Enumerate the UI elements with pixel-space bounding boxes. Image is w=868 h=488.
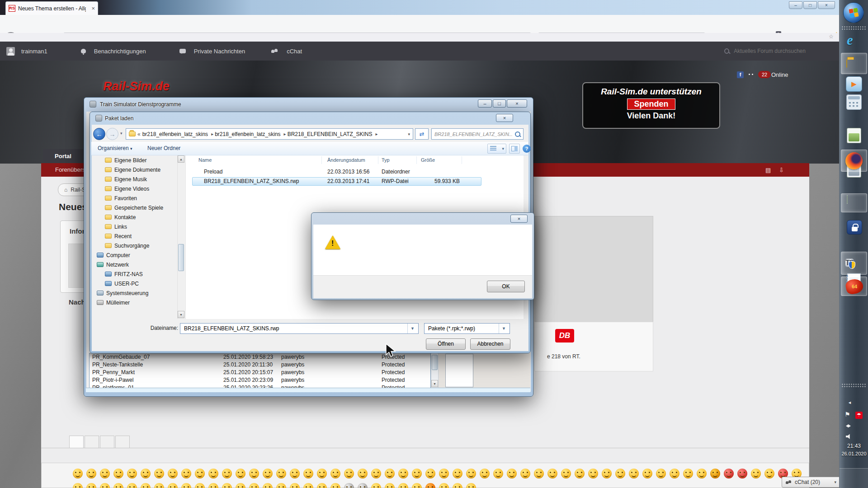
smiley[interactable] bbox=[317, 483, 327, 488]
smiley[interactable] bbox=[480, 469, 490, 479]
smiley[interactable] bbox=[764, 469, 774, 479]
smiley[interactable] bbox=[507, 469, 517, 479]
recent-bookmark-icon[interactable]: ☆ bbox=[829, 33, 834, 40]
tray-expand-icon[interactable]: ◄ bbox=[848, 400, 852, 405]
dropbox-tray-icon[interactable] bbox=[846, 424, 851, 429]
tree-item[interactable]: Favoriten bbox=[91, 193, 177, 203]
column-header-name[interactable]: Name bbox=[198, 155, 212, 165]
dropdown-arrow-icon[interactable]: ▼ bbox=[499, 324, 506, 333]
view-options-button[interactable]: ▾ bbox=[487, 144, 506, 154]
smiley[interactable] bbox=[317, 469, 327, 479]
smiley[interactable] bbox=[425, 483, 435, 488]
smiley[interactable] bbox=[710, 469, 720, 479]
start-button[interactable] bbox=[843, 2, 864, 23]
smiley[interactable] bbox=[330, 469, 340, 479]
forum-search-box[interactable] bbox=[724, 47, 833, 55]
donate-button[interactable]: Spenden bbox=[627, 99, 675, 110]
dialog-forward-button[interactable]: → bbox=[106, 128, 118, 140]
taskbar-item-firefox[interactable] bbox=[841, 150, 867, 172]
smiley[interactable] bbox=[534, 469, 544, 479]
dialog-search-box[interactable]: BR218_ELFENBEIN_LATZ_SKIN... bbox=[431, 128, 524, 140]
smiley[interactable] bbox=[412, 483, 422, 488]
ts-file-row[interactable]: PR_Penny_Markt 25.01.2020 20:15:07 pawer… bbox=[90, 369, 430, 376]
scroll-thumb[interactable] bbox=[432, 355, 438, 370]
site-logo[interactable]: Rail-Sim.de bbox=[103, 80, 170, 94]
preview-pane-button[interactable] bbox=[509, 144, 520, 154]
smiley[interactable] bbox=[195, 469, 205, 479]
smiley[interactable] bbox=[453, 483, 462, 488]
smiley[interactable] bbox=[154, 469, 164, 479]
cancel-button[interactable]: Abbrechen bbox=[470, 338, 510, 350]
smiley[interactable] bbox=[588, 469, 598, 479]
smiley[interactable] bbox=[439, 483, 449, 488]
filetype-select[interactable]: Pakete (*.rpk;*.rwp) ▼ bbox=[424, 323, 510, 334]
smiley[interactable] bbox=[670, 469, 679, 479]
tree-item[interactable]: Mülleimer bbox=[91, 298, 177, 307]
nav-notifications[interactable]: Benachrichtigungen bbox=[94, 48, 146, 55]
show-desktop-button[interactable] bbox=[840, 468, 868, 488]
smiley[interactable] bbox=[73, 483, 83, 488]
chevron-down-icon[interactable]: ▾ bbox=[834, 480, 836, 484]
smiley[interactable] bbox=[208, 469, 218, 479]
scroll-thumb[interactable] bbox=[178, 244, 184, 271]
error-close-button[interactable]: × bbox=[510, 215, 528, 223]
smiley[interactable] bbox=[127, 469, 137, 479]
smiley[interactable] bbox=[236, 469, 245, 479]
tree-item[interactable]: Suchvorgänge bbox=[91, 241, 177, 250]
smiley[interactable] bbox=[222, 483, 232, 488]
scroll-up-button[interactable]: ▲ bbox=[178, 155, 184, 163]
smiley[interactable] bbox=[398, 469, 408, 479]
avatar[interactable] bbox=[6, 47, 15, 56]
nav-private-messages[interactable]: Private Nachrichten bbox=[194, 48, 245, 55]
taskbar-item-openoffice-calc[interactable] bbox=[847, 128, 861, 143]
path-crumb[interactable]: br218_elfenbein_latz_skins ▸ bbox=[142, 131, 215, 137]
clock-time[interactable]: 21:43 bbox=[840, 443, 868, 449]
smiley[interactable] bbox=[113, 469, 123, 479]
smiley[interactable] bbox=[602, 469, 612, 479]
smiley[interactable] bbox=[737, 469, 747, 479]
tree-item[interactable]: Netzwerk bbox=[91, 260, 177, 269]
tree-item[interactable]: Eigene Dokumente bbox=[91, 165, 177, 174]
organize-button[interactable]: Organisieren ▾ bbox=[98, 145, 132, 151]
ok-button[interactable]: OK bbox=[487, 281, 525, 292]
refresh-button[interactable]: ⇄ bbox=[415, 128, 429, 140]
smiley[interactable] bbox=[168, 483, 178, 488]
smiley[interactable] bbox=[371, 469, 381, 479]
column-header-size[interactable]: Größe bbox=[421, 155, 435, 165]
tree-item[interactable]: USER-PC bbox=[91, 279, 177, 288]
smiley[interactable] bbox=[371, 483, 381, 488]
tree-item[interactable]: Links bbox=[91, 222, 177, 231]
smiley[interactable] bbox=[412, 469, 422, 479]
history-dropdown-icon[interactable]: ▾ bbox=[120, 131, 123, 136]
smiley[interactable] bbox=[466, 483, 476, 488]
smiley[interactable] bbox=[385, 483, 395, 488]
sitemap-icon[interactable]: ▤ bbox=[765, 167, 771, 174]
tree-item[interactable]: Gespeicherte Spiele bbox=[91, 203, 177, 212]
smiley[interactable] bbox=[344, 469, 354, 479]
tree-item[interactable]: Computer bbox=[91, 250, 177, 260]
smiley[interactable] bbox=[453, 469, 462, 479]
smiley[interactable] bbox=[439, 469, 449, 479]
tree-item[interactable]: Recent bbox=[91, 231, 177, 241]
avira-tray-icon[interactable]: ☂ bbox=[855, 412, 863, 419]
smiley[interactable] bbox=[141, 483, 151, 488]
smiley[interactable] bbox=[154, 483, 164, 488]
editor-tab[interactable] bbox=[85, 436, 99, 448]
smiley[interactable] bbox=[141, 469, 151, 479]
address-dropdown-icon[interactable]: ▾ bbox=[408, 132, 410, 136]
tree-item[interactable]: Eigene Bilder bbox=[91, 155, 177, 165]
smiley[interactable] bbox=[303, 469, 313, 479]
scroll-down-button[interactable]: ▼ bbox=[178, 311, 184, 318]
tab-close-icon[interactable]: × bbox=[91, 5, 95, 12]
column-header-date[interactable]: Änderungsdatum bbox=[327, 155, 365, 165]
ts-file-row[interactable]: PR_Piotr-i-Pawel 25.01.2020 20:23:09 paw… bbox=[90, 376, 430, 384]
smiley[interactable] bbox=[236, 483, 245, 488]
smiley[interactable] bbox=[642, 469, 652, 479]
smiley[interactable] bbox=[575, 469, 585, 479]
editor-tab[interactable] bbox=[100, 436, 114, 448]
tree-scrollbar[interactable]: ▲ ▼ bbox=[177, 155, 185, 319]
dropdown-arrow-icon[interactable]: ▼ bbox=[407, 324, 415, 333]
ts-list-scrollbar[interactable]: ▼ bbox=[431, 353, 439, 388]
smiley[interactable] bbox=[249, 469, 259, 479]
crumb-separator-icon[interactable]: ▸ bbox=[375, 131, 377, 136]
